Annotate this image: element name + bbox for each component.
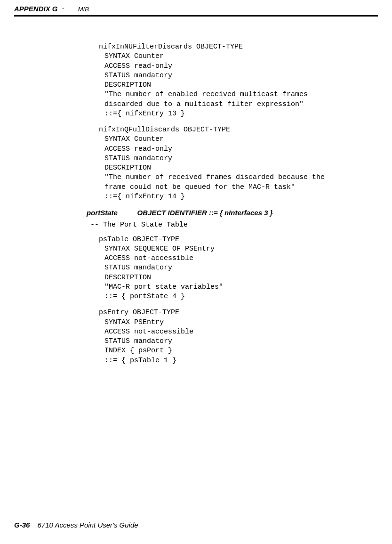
object-block-psTable: psTable OBJECT-TYPE SYNTAX SEQUENCE OF P… bbox=[99, 235, 373, 302]
code-line: SYNTAX PSEntry bbox=[99, 318, 373, 327]
code-line: DESCRIPTION bbox=[99, 81, 373, 90]
code-line: DESCRIPTION bbox=[99, 163, 373, 173]
header-sub: MIB bbox=[78, 6, 89, 13]
code-line: STATUS mandatory bbox=[99, 263, 373, 273]
header-rule-top bbox=[14, 15, 378, 16]
code-line: ::= { portState 4 } bbox=[99, 292, 373, 301]
code-line: ::={ nifxEntry 14 } bbox=[99, 192, 373, 202]
code-line: ACCESS read-only bbox=[99, 62, 373, 71]
mib-content: nifxInNUFilterDiscards OBJECT-TYPE SYNTA… bbox=[99, 42, 373, 372]
object-block-psEntry: psEntry OBJECT-TYPE SYNTAX PSEntry ACCES… bbox=[99, 308, 373, 365]
code-line: INDEX { psPort } bbox=[99, 346, 373, 356]
code-line: discarded due to a multicast filter expr… bbox=[99, 100, 373, 109]
port-state-comment: -- The Port State Table bbox=[90, 220, 373, 230]
code-line: SYNTAX SEQUENCE OF PSEntry bbox=[99, 244, 373, 254]
code-line: ::={ nifxEntry 13 } bbox=[99, 109, 373, 119]
code-line: nifxInNUFilterDiscards OBJECT-TYPE bbox=[99, 42, 373, 52]
header-bullet: " bbox=[60, 7, 67, 12]
header-rule-bottom bbox=[14, 16, 378, 17]
code-line: "MAC-R port state variables" bbox=[99, 283, 373, 292]
code-line: STATUS mandatory bbox=[99, 337, 373, 346]
code-line: ACCESS not-accessible bbox=[99, 254, 373, 263]
code-line: psEntry OBJECT-TYPE bbox=[99, 308, 373, 317]
code-line: frame could not be queued for the MAC-R … bbox=[99, 183, 373, 192]
code-line: ACCESS read-only bbox=[99, 145, 373, 154]
code-line: DESCRIPTION bbox=[99, 273, 373, 283]
page-header: APPENDIX G " MIB bbox=[14, 5, 378, 17]
page-number: G-36 bbox=[14, 521, 30, 529]
code-line: ::= { psTable 1 } bbox=[99, 356, 373, 365]
appendix-label: APPENDIX G bbox=[14, 5, 58, 13]
code-line: SYNTAX Counter bbox=[99, 52, 373, 61]
code-line: psTable OBJECT-TYPE bbox=[99, 235, 373, 244]
portstate-heading: portState OBJECT IDENTIFIER ::= { nInter… bbox=[87, 208, 373, 218]
code-line: STATUS mandatory bbox=[99, 71, 373, 81]
code-line: "The number of received frames discarded… bbox=[99, 173, 373, 182]
object-block-nifxInQFullDiscards: nifxInQFullDiscards OBJECT-TYPE SYNTAX C… bbox=[99, 125, 373, 202]
code-line: nifxInQFullDiscards OBJECT-TYPE bbox=[99, 125, 373, 135]
code-line: STATUS mandatory bbox=[99, 154, 373, 163]
code-line: "The number of enabled received multicas… bbox=[99, 90, 373, 99]
code-line: SYNTAX Counter bbox=[99, 135, 373, 144]
object-block-nifxInNUFilterDiscards: nifxInNUFilterDiscards OBJECT-TYPE SYNTA… bbox=[99, 42, 373, 119]
footer-title: 6710 Access Point User's Guide bbox=[38, 521, 138, 529]
code-line: ACCESS not-accessible bbox=[99, 327, 373, 337]
page-footer: G-36 6710 Access Point User's Guide bbox=[14, 521, 138, 529]
